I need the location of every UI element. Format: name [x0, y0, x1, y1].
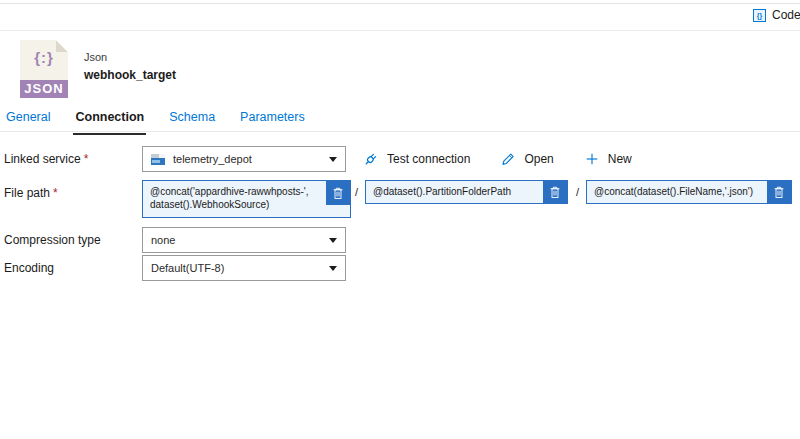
- dataset-type-label: Json: [84, 51, 176, 63]
- linked-service-label: Linked service*: [4, 152, 88, 166]
- dataset-header: Json webhook_target: [84, 51, 176, 82]
- compression-type-label: Compression type: [4, 233, 101, 247]
- test-connection-button[interactable]: Test connection: [362, 151, 470, 168]
- blob-storage-icon: [151, 154, 165, 165]
- delete-directory-button[interactable]: [543, 181, 567, 203]
- file-path-container-field[interactable]: @concat('appardhive-rawwhposts-', datase…: [142, 180, 351, 218]
- compression-type-value: none: [151, 234, 329, 246]
- chevron-down-icon: [329, 238, 337, 243]
- required-marker: *: [84, 152, 89, 166]
- delete-container-button[interactable]: [326, 181, 350, 205]
- file-expression[interactable]: @concat(dataset().FileName,'.json'): [587, 181, 767, 201]
- json-icon-label: JSON: [20, 80, 68, 98]
- path-separator: /: [576, 186, 579, 198]
- chevron-down-icon: [329, 157, 337, 162]
- plug-icon: [362, 151, 379, 168]
- file-path-directory-field[interactable]: @dataset().PartitionFolderPath: [365, 180, 568, 204]
- json-file-icon: {:} JSON: [20, 40, 68, 98]
- linked-service-dropdown[interactable]: telemetry_depot: [142, 146, 346, 172]
- top-divider: [0, 3, 800, 4]
- open-label: Open: [524, 152, 553, 166]
- trash-icon: [773, 186, 785, 199]
- code-button-label: Code: [772, 8, 800, 22]
- path-separator: /: [355, 186, 358, 198]
- toolbar-divider: [0, 30, 800, 31]
- delete-file-button[interactable]: [767, 181, 791, 203]
- required-marker: *: [53, 186, 58, 200]
- chevron-down-icon: [329, 266, 337, 271]
- plus-icon: [584, 151, 600, 167]
- page-fold: [56, 40, 68, 52]
- linked-service-value: telemetry_depot: [173, 153, 329, 165]
- new-label: New: [608, 152, 632, 166]
- code-icon: {}: [753, 9, 766, 22]
- new-button[interactable]: New: [584, 151, 632, 167]
- file-path-label: File path*: [4, 186, 58, 200]
- tabs-divider: [0, 131, 800, 132]
- dataset-properties-panel: {} Code {:} JSON Json webhook_target Gen…: [0, 0, 800, 439]
- trash-icon: [332, 187, 344, 200]
- test-connection-label: Test connection: [387, 152, 470, 166]
- pencil-icon: [500, 151, 516, 167]
- open-button[interactable]: Open: [500, 151, 553, 167]
- compression-type-dropdown[interactable]: none: [142, 227, 346, 253]
- encoding-label: Encoding: [4, 261, 54, 275]
- file-path-file-field[interactable]: @concat(dataset().FileName,'.json'): [586, 180, 792, 204]
- encoding-value: Default(UTF-8): [151, 262, 329, 274]
- dataset-name: webhook_target: [84, 68, 176, 82]
- code-button[interactable]: {} Code: [753, 8, 800, 22]
- trash-icon: [549, 186, 561, 199]
- linked-service-actions: Test connection Open New: [362, 146, 632, 172]
- encoding-dropdown[interactable]: Default(UTF-8): [142, 255, 346, 281]
- directory-expression[interactable]: @dataset().PartitionFolderPath: [366, 181, 543, 201]
- container-expression[interactable]: @concat('appardhive-rawwhposts-', datase…: [143, 181, 326, 214]
